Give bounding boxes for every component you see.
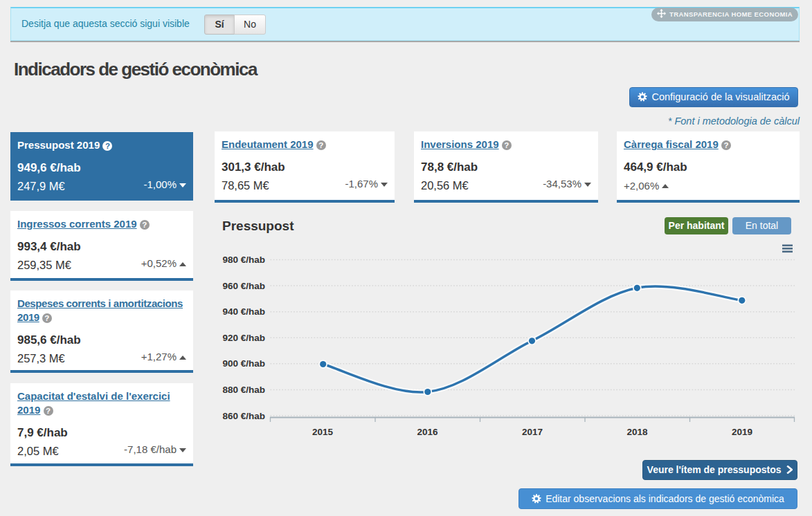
svg-text:2017: 2017 (522, 427, 543, 437)
svg-text:2018: 2018 (626, 427, 648, 437)
svg-text:860 €/hab: 860 €/hab (222, 411, 265, 421)
svg-text:940 €/hab: 940 €/hab (222, 306, 265, 317)
svg-text:880 €/hab: 880 €/hab (222, 385, 265, 395)
svg-text:960 €/hab: 960 €/hab (222, 281, 265, 291)
svg-text:2016: 2016 (417, 427, 438, 437)
svg-text:980 €/hab: 980 €/hab (222, 255, 265, 265)
svg-text:900 €/hab: 900 €/hab (222, 358, 265, 369)
svg-text:2015: 2015 (312, 427, 334, 437)
svg-text:2019: 2019 (732, 427, 752, 437)
svg-text:920 €/hab: 920 €/hab (222, 333, 265, 343)
